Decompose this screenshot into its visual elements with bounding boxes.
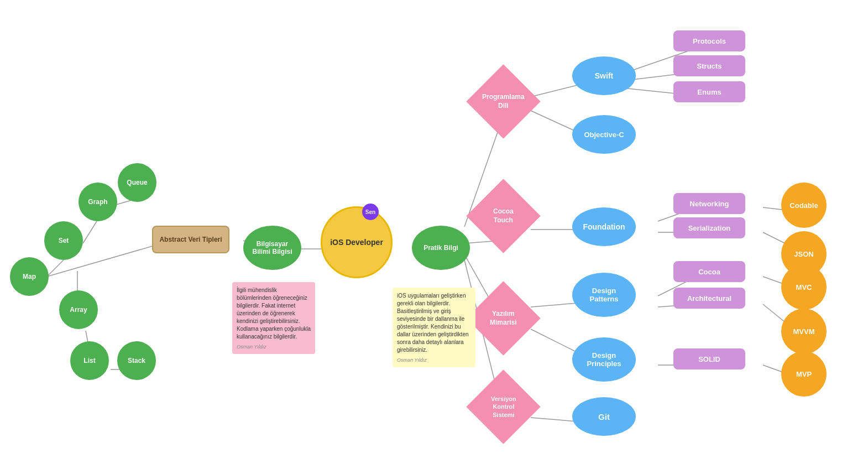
structs-node: Structs	[673, 55, 745, 76]
cocoa-node: Cocoa	[673, 261, 745, 282]
abstract-veri-node: Abstract Veri Tipleri	[152, 226, 229, 253]
programlama-dili-diamond: ProgramlamaDili	[466, 64, 540, 138]
enums-node: Enums	[673, 81, 745, 102]
yazilim-mimarisi-diamond: YazılımMimarisi	[466, 281, 540, 355]
svg-line-1	[83, 221, 97, 243]
versiyon-kontrol-diamond: VersiyonKontrolSistemi	[466, 369, 540, 444]
cocoa-touch-wrapper: CocoaTouch	[473, 185, 534, 246]
design-principles-node: DesignPrinciples	[572, 337, 636, 382]
queue-node: Queue	[118, 163, 156, 202]
pratik-note: iOS uygulamaları geliştirken gerekli ola…	[393, 288, 475, 367]
serialization-node: Serialization	[673, 217, 745, 238]
mvvm-node: MVVM	[781, 309, 827, 354]
map-node: Map	[10, 257, 49, 296]
array-node: Array	[59, 290, 98, 329]
solid-node: SOLID	[673, 348, 745, 369]
foundation-node: Foundation	[572, 207, 636, 246]
mvp-node: MVP	[781, 351, 827, 397]
objectivec-node: Objective-C	[572, 115, 636, 154]
pratik-bilgi-node: Pratik Bilgi	[412, 226, 470, 270]
codable-node: Codable	[781, 183, 827, 228]
sen-badge: Sen	[362, 204, 379, 220]
bilgisayar-node: BilgisayarBilimi Bilgisi	[243, 226, 301, 270]
architectural-node: Architectural	[673, 288, 745, 309]
list-node: List	[70, 341, 109, 380]
mvc-node: MVC	[781, 264, 827, 310]
design-patterns-node: DesignPatterns	[572, 273, 636, 317]
bilgisayar-note: İlgili mühendislik bölümlerinden öğrenec…	[232, 282, 315, 354]
ios-developer-node: iOS Developer	[321, 206, 393, 278]
git-node: Git	[572, 397, 636, 436]
protocols-node: Protocols	[673, 30, 745, 51]
stack-node: Stack	[117, 341, 156, 380]
cocoa-touch-diamond: CocoaTouch	[466, 179, 540, 253]
yazilim-mimarisi-wrapper: YazılımMimarisi	[473, 288, 534, 348]
programlama-dili-wrapper: ProgramlamaDili	[473, 71, 534, 132]
graph-node: Graph	[79, 183, 117, 221]
swift-node: Swift	[572, 56, 636, 95]
versiyon-kontrol-wrapper: VersiyonKontrolSistemi	[473, 376, 534, 437]
networking-node: Networking	[673, 193, 745, 214]
svg-line-0	[47, 260, 64, 277]
set-node: Set	[44, 221, 83, 260]
